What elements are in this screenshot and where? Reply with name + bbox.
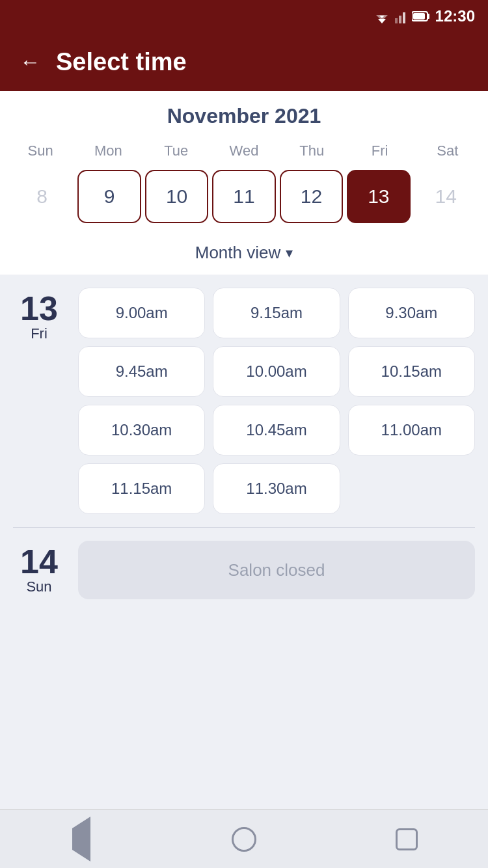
weekday-sat: Sat: [414, 139, 481, 163]
date-14: 14: [414, 170, 478, 223]
svg-marker-1: [378, 19, 386, 23]
svg-rect-5: [403, 12, 405, 23]
time-slot-1130[interactable]: 11.30am: [213, 463, 340, 514]
salon-closed-label: Salon closed: [228, 560, 325, 580]
date-12[interactable]: 12: [280, 170, 343, 223]
day-label-14: 14 Sun: [13, 541, 65, 599]
nav-home-button[interactable]: [231, 826, 257, 852]
day-name-13: Fri: [31, 325, 47, 342]
weekday-thu: Thu: [278, 139, 346, 163]
date-8: 8: [10, 170, 74, 223]
status-icons: [373, 9, 430, 23]
signal-icon: [395, 9, 408, 23]
page-title: Select time: [56, 48, 187, 76]
day-name-14: Sun: [26, 578, 51, 595]
calendar-section: November 2021 Sun Mon Tue Wed Thu Fri Sa…: [0, 91, 488, 275]
status-time: 12:30: [435, 7, 475, 25]
weekday-sun: Sun: [7, 139, 74, 163]
nav-bar: [0, 809, 488, 868]
time-slots-grid-13: 9.00am 9.15am 9.30am 9.45am 10.00am 10.1…: [78, 288, 475, 514]
month-view-label: Month view: [195, 243, 281, 263]
month-title: November 2021: [7, 104, 481, 128]
wifi-icon: [373, 9, 391, 23]
date-11[interactable]: 11: [212, 170, 275, 223]
home-nav-icon: [232, 827, 256, 852]
app-header: ← Select time: [0, 33, 488, 91]
time-slot-930[interactable]: 9.30am: [348, 288, 475, 338]
dates-row: 8 9 10 11 12 13 14: [7, 170, 481, 234]
nav-recents-button[interactable]: [394, 826, 420, 852]
date-10[interactable]: 10: [145, 170, 208, 223]
time-slot-1115[interactable]: 11.15am: [78, 463, 205, 514]
recents-nav-icon: [396, 828, 418, 850]
weekday-tue: Tue: [142, 139, 210, 163]
time-slot-1015[interactable]: 10.15am: [348, 346, 475, 397]
battery-icon: [412, 10, 430, 22]
day-label-13: 13 Fri: [13, 288, 65, 514]
salon-closed-block: Salon closed: [78, 541, 475, 599]
time-slot-1030[interactable]: 10.30am: [78, 405, 205, 455]
weekday-row: Sun Mon Tue Wed Thu Fri Sat: [7, 139, 481, 163]
svg-rect-3: [395, 18, 398, 23]
time-slot-1000[interactable]: 10.00am: [213, 346, 340, 397]
day-block-13: 13 Fri 9.00am 9.15am 9.30am 9.45am 10.00…: [13, 288, 475, 514]
schedule-section: 13 Fri 9.00am 9.15am 9.30am 9.45am 10.00…: [0, 275, 488, 809]
svg-rect-4: [399, 16, 401, 23]
weekday-wed: Wed: [210, 139, 278, 163]
svg-rect-8: [413, 13, 425, 20]
date-9[interactable]: 9: [77, 170, 141, 223]
day-block-14: 14 Sun Salon closed: [13, 541, 475, 599]
time-slot-945[interactable]: 9.45am: [78, 346, 205, 397]
back-nav-icon: [72, 828, 90, 850]
svg-rect-7: [427, 14, 429, 19]
day-divider: [13, 527, 475, 528]
date-13[interactable]: 13: [347, 170, 410, 223]
month-view-toggle[interactable]: Month view ▾: [7, 234, 481, 275]
weekday-fri: Fri: [346, 139, 413, 163]
back-button[interactable]: ←: [20, 50, 40, 74]
time-slot-900[interactable]: 9.00am: [78, 288, 205, 338]
time-slot-1045[interactable]: 10.45am: [213, 405, 340, 455]
time-slot-1100[interactable]: 11.00am: [348, 405, 475, 455]
weekday-mon: Mon: [74, 139, 142, 163]
chevron-down-icon: ▾: [286, 245, 293, 262]
day-number-14: 14: [20, 545, 58, 578]
status-bar: 12:30: [0, 0, 488, 33]
nav-back-button[interactable]: [68, 826, 94, 852]
time-slot-915[interactable]: 9.15am: [213, 288, 340, 338]
day-number-13: 13: [20, 292, 58, 325]
